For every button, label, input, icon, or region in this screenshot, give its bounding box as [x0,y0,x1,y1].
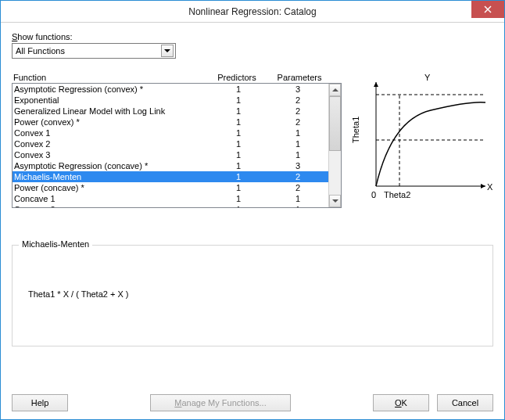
list-item[interactable]: Convex 211 [13,138,328,149]
list-item-predictors: 1 [208,204,269,207]
list-item[interactable]: Asymptotic Regression (convex) *13 [13,84,328,95]
header-predictors: Predictors [206,73,268,82]
list-item-parameters: 1 [269,138,327,149]
plot-theta2-label: Theta2 [384,190,410,199]
list-item[interactable]: Power (concave) *12 [13,182,328,193]
list-item-predictors: 1 [208,171,269,182]
list-item-predictors: 1 [208,117,269,127]
list-item-name: Michaelis-Menten [14,171,208,182]
list-item-parameters: 1 [269,193,327,204]
detail-formula: Theta1 * X / ( Theta2 + X ) [28,289,483,299]
list-item-name: Asymptotic Regression (concave) * [14,160,208,171]
list-item-name: Power (concave) * [14,182,208,193]
list-item-predictors: 1 [208,127,269,138]
list-item-parameters: 2 [269,117,327,127]
plot-origin-label: 0 [371,190,376,199]
list-item[interactable]: Concave 211 [13,204,328,207]
list-item-predictors: 1 [208,160,269,171]
list-item[interactable]: Generalized Linear Model with Log Link12 [13,106,328,117]
dialog-window: Nonlinear Regression: Catalog Show funct… [0,0,505,420]
dialog-content: Show functions: All Functions Function P… [1,23,504,419]
svg-marker-3 [481,184,485,188]
list-item-parameters: 1 [269,127,327,138]
scroll-down-button[interactable] [329,195,341,207]
function-listbox[interactable]: Asymptotic Regression (convex) *13Expone… [12,83,342,208]
list-item[interactable]: Asymptotic Regression (concave) *13 [13,160,328,171]
list-headers: Function Predictors Parameters [12,73,342,83]
list-item-parameters: 2 [269,106,327,117]
list-item-parameters: 2 [269,182,327,193]
scroll-up-button[interactable] [329,84,341,96]
list-item-parameters: 2 [269,95,327,106]
list-item-name: Convex 3 [14,149,208,160]
plot-x-label: X [487,182,493,192]
header-parameters: Parameters [268,73,331,82]
button-row: Help Manage My Functions... OK Cancel [12,385,493,411]
list-item-name: Concave 1 [14,193,208,204]
show-functions-dropdown[interactable]: All Functions [12,43,176,59]
svg-marker-5 [374,82,378,87]
list-item-predictors: 1 [208,84,269,95]
list-item[interactable]: Power (convex) *12 [13,117,328,127]
list-item-name: Generalized Linear Model with Log Link [14,106,208,117]
detail-legend: Michaelis-Menten [19,239,92,249]
list-item[interactable]: Convex 311 [13,149,328,160]
manage-functions-button[interactable]: Manage My Functions... [150,394,291,411]
show-functions-label: Show functions: [12,32,493,41]
function-detail-group: Michaelis-Menten Theta1 * X / ( Theta2 +… [12,245,493,346]
list-item-name: Concave 2 [14,204,208,207]
list-item-name: Convex 2 [14,138,208,149]
list-item-parameters: 2 [269,171,327,182]
list-item-name: Asymptotic Regression (convex) * [14,84,208,95]
list-item-parameters: 1 [269,204,327,207]
function-list-panel: Function Predictors Parameters Asymptoti… [12,73,342,214]
scroll-track[interactable] [329,96,341,195]
list-item-predictors: 1 [208,149,269,160]
help-button[interactable]: Help [12,394,68,411]
chevron-down-icon [161,45,174,57]
list-item-parameters: 1 [269,149,327,160]
list-item-predictors: 1 [208,182,269,193]
close-button[interactable] [471,1,504,18]
cancel-button[interactable]: Cancel [437,394,493,411]
list-item[interactable]: Exponential12 [13,95,328,106]
ok-button[interactable]: OK [373,394,429,411]
scrollbar[interactable] [328,84,341,207]
list-item-name: Power (convex) * [14,117,208,127]
titlebar: Nonlinear Regression: Catalog [1,1,504,23]
list-item[interactable]: Concave 111 [13,193,328,204]
header-function: Function [13,73,206,82]
list-item-predictors: 1 [208,193,269,204]
plot-theta1-label: Theta1 [353,117,360,143]
function-plot: Theta1 Y X 0 Theta2 [353,73,493,214]
list-item-predictors: 1 [208,138,269,149]
list-item[interactable]: Michaelis-Menten12 [13,171,328,182]
close-icon [484,5,492,13]
list-item-parameters: 3 [269,160,327,171]
list-item[interactable]: Convex 111 [13,127,328,138]
list-item-parameters: 3 [269,84,327,95]
dropdown-selected: All Functions [16,46,65,56]
list-item-predictors: 1 [208,106,269,117]
list-item-predictors: 1 [208,95,269,106]
list-item-name: Convex 1 [14,127,208,138]
list-item-name: Exponential [14,95,208,106]
window-title: Nonlinear Regression: Catalog [1,6,504,17]
plot-y-label: Y [424,73,431,82]
scroll-thumb[interactable] [329,96,341,151]
